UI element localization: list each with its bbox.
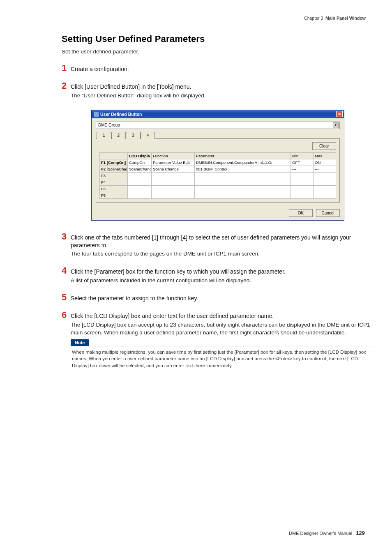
cell-function[interactable] bbox=[152, 179, 195, 185]
chapter-number: Chapter 3 bbox=[304, 16, 323, 21]
ok-button[interactable]: OK bbox=[289, 209, 313, 217]
group-dropdown[interactable]: DME Group ▾ bbox=[96, 122, 340, 129]
cell-function[interactable] bbox=[152, 172, 195, 179]
tab-panel: Clear LCD Displa Function Parameter Mi bbox=[96, 138, 340, 203]
step-5: 5 Select the parameter to assign to the … bbox=[62, 293, 371, 302]
step-1: 1 Create a configuration. bbox=[62, 64, 371, 73]
cell-lcd[interactable] bbox=[128, 179, 152, 185]
cell-max[interactable] bbox=[314, 192, 336, 198]
clear-button[interactable]: Clear bbox=[312, 142, 336, 150]
step-4: 4 Click the [Parameter] box for the func… bbox=[62, 266, 371, 285]
note-divider bbox=[71, 346, 371, 346]
cell-function[interactable]: Scene Change bbox=[152, 166, 195, 172]
tab-4[interactable]: 4 bbox=[141, 132, 155, 139]
col-rowh bbox=[100, 152, 128, 159]
cell-min[interactable] bbox=[291, 192, 314, 198]
header-divider bbox=[43, 13, 367, 13]
col-lcd: LCD Displa bbox=[128, 152, 152, 159]
step-subtext: A list of parameters included in the cur… bbox=[71, 277, 371, 285]
row-head: F3 bbox=[100, 172, 128, 179]
cell-parameter[interactable] bbox=[195, 185, 291, 192]
step-3: 3 Click one of the tabs numbered [1] thr… bbox=[62, 232, 371, 258]
step-number: 4 bbox=[62, 266, 67, 275]
cell-lcd[interactable]: SceneChange bbox=[128, 166, 152, 172]
dialog-title: User Defined Button bbox=[100, 112, 142, 117]
col-min: Min. bbox=[291, 152, 314, 159]
cell-min[interactable]: OFF bbox=[291, 159, 314, 166]
step-6: 6 Click the [LCD Display] box and enter … bbox=[62, 311, 371, 369]
table-header-row: LCD Displa Function Parameter Min. Max. bbox=[100, 152, 336, 159]
cell-lcd[interactable]: CompOn bbox=[128, 159, 152, 166]
note-box: Note When making multiple registrations,… bbox=[71, 339, 371, 369]
step-number: 5 bbox=[62, 293, 67, 302]
table-row: F6 bbox=[100, 192, 336, 198]
cancel-button[interactable]: Cancel bbox=[316, 209, 340, 217]
page-footer: DME Designer Owner’s Manual 129 bbox=[289, 530, 365, 536]
footer-text: DME Designer Owner’s Manual bbox=[289, 531, 352, 536]
table-row: F2 [SceneCha] SceneChange Scene Change 0… bbox=[100, 166, 336, 172]
cell-min[interactable] bbox=[291, 179, 314, 185]
step-number: 1 bbox=[62, 64, 67, 73]
tab-1[interactable]: 1 bbox=[97, 132, 111, 139]
cell-lcd[interactable] bbox=[128, 192, 152, 198]
note-text: When making multiple registrations, you … bbox=[71, 349, 371, 369]
cell-function[interactable] bbox=[152, 192, 195, 198]
row-head: F1 [CompOn] bbox=[100, 159, 128, 166]
step-subtext: The [LCD Display] box can accept up to 2… bbox=[71, 321, 371, 337]
cell-parameter[interactable]: 001:BGM_Control bbox=[195, 166, 291, 172]
cell-lcd[interactable] bbox=[128, 185, 152, 192]
page-content: Setting User Defined Parameters Set the … bbox=[62, 34, 371, 378]
cell-max[interactable] bbox=[314, 172, 336, 179]
table-row: F5 bbox=[100, 185, 336, 192]
table-row: F4 bbox=[100, 179, 336, 185]
step-number: 2 bbox=[62, 81, 67, 90]
step-number: 6 bbox=[62, 311, 67, 320]
tab-2[interactable]: 2 bbox=[111, 132, 126, 139]
cell-max[interactable]: --- bbox=[314, 166, 336, 172]
parameter-table: LCD Displa Function Parameter Min. Max. … bbox=[99, 152, 336, 199]
step-heading: Click [User Defined Button] in the [Tool… bbox=[71, 83, 191, 91]
cell-parameter[interactable] bbox=[195, 192, 291, 198]
close-icon: ✕ bbox=[338, 112, 341, 116]
cell-lcd[interactable] bbox=[128, 172, 152, 179]
cell-min[interactable]: --- bbox=[291, 166, 314, 172]
cell-parameter[interactable]: DME64N:Component:CompanderH:In1:1:On bbox=[195, 159, 291, 166]
step-heading: Create a configuration. bbox=[71, 65, 129, 73]
row-head: F4 bbox=[100, 179, 128, 185]
page-number: 129 bbox=[356, 530, 365, 536]
dialog-body: DME Group ▾ 1 2 3 4 Clear bbox=[92, 118, 344, 207]
dialog-screenshot: User Defined Button ✕ DME Group ▾ 1 2 3 … bbox=[91, 110, 344, 221]
cell-min[interactable] bbox=[291, 185, 314, 192]
cell-function[interactable] bbox=[152, 185, 195, 192]
dialog-titlebar: User Defined Button ✕ bbox=[92, 110, 344, 118]
chapter-title: Main Panel Window bbox=[325, 16, 366, 21]
step-subtext: The “User Defined Button” dialog box wil… bbox=[71, 92, 371, 100]
chevron-down-icon: ▾ bbox=[333, 122, 339, 128]
row-head: F2 [SceneCha] bbox=[100, 166, 128, 172]
close-button[interactable]: ✕ bbox=[336, 111, 343, 117]
cell-max[interactable] bbox=[314, 185, 336, 192]
tab-3[interactable]: 3 bbox=[126, 132, 141, 139]
app-icon bbox=[94, 112, 99, 117]
cell-function[interactable]: Parameter Value Edit bbox=[152, 159, 195, 166]
step-subtext: The four tabs correspond to the pages on… bbox=[71, 250, 371, 258]
cell-min[interactable] bbox=[291, 172, 314, 179]
cell-max[interactable]: ON bbox=[314, 159, 336, 166]
dialog-footer: OK Cancel bbox=[92, 207, 344, 220]
col-function: Function bbox=[152, 152, 195, 159]
row-head: F6 bbox=[100, 192, 128, 198]
table-row: F1 [CompOn] CompOn Parameter Value Edit … bbox=[100, 159, 336, 166]
step-heading: Click one of the tabs numbered [1] throu… bbox=[71, 234, 371, 249]
step-heading: Click the [Parameter] box for the functi… bbox=[71, 268, 286, 276]
tab-strip: 1 2 3 4 bbox=[96, 131, 340, 138]
table-row: F3 bbox=[100, 172, 336, 179]
cell-parameter[interactable] bbox=[195, 179, 291, 185]
chapter-label: Chapter 3 Main Panel Window bbox=[304, 16, 366, 21]
cell-max[interactable] bbox=[314, 179, 336, 185]
row-head: F5 bbox=[100, 185, 128, 192]
col-max: Max. bbox=[314, 152, 336, 159]
group-dropdown-value: DME Group bbox=[98, 123, 120, 127]
cell-parameter[interactable] bbox=[195, 172, 291, 179]
step-heading: Click the [LCD Display] box and enter te… bbox=[71, 312, 274, 320]
note-label: Note bbox=[71, 339, 89, 346]
